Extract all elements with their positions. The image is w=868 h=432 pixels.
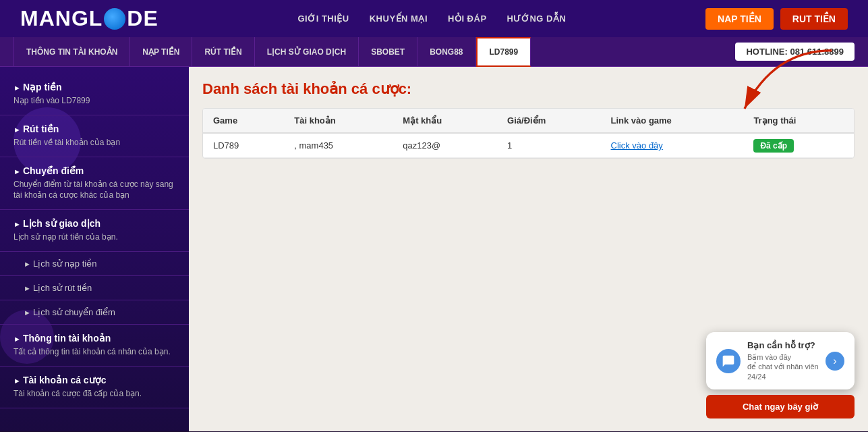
chat-desc: Bấm vào đâyđể chat với nhân viên 24/24: [747, 352, 819, 381]
header-buttons: NAP TIỀN RUT TIỀN: [705, 8, 848, 30]
nav-gioi-thieu[interactable]: GIỚI THIỆU: [297, 14, 349, 24]
sidebar-lich-su-desc: Lịch sử nạp rút tiền của bạn.: [13, 232, 175, 243]
chat-arrow-button[interactable]: ›: [826, 352, 844, 371]
sidebar-sub-chuyen-diem[interactable]: Lịch sử chuyển điểm: [0, 300, 189, 325]
nav-huong-dan[interactable]: HƯỚNG DẪN: [507, 14, 567, 24]
col-tai-khoan: Tài khoản: [284, 109, 393, 133]
sidebar-nap-tien-title: Nạp tiền: [13, 82, 175, 92]
sidebar-rut-tien-title: Rút tiền: [13, 124, 175, 134]
cell-link[interactable]: Click vào đây: [601, 133, 744, 158]
cell-tai-khoan: , mam435: [284, 133, 393, 158]
sidebar-tai-khoan-desc: Tài khoản cá cược đã cấp của bạn.: [13, 388, 175, 400]
sidebar-sub-nap-tien[interactable]: Lịch sử nạp tiền: [0, 252, 189, 276]
chat-title: Bạn cần hỗ trợ?: [747, 340, 819, 350]
rut-tien-button[interactable]: RUT TIỀN: [780, 8, 848, 30]
sidebar-item-rut-tien[interactable]: Rút tiền Rút tiền về tài khoản của bạn: [0, 115, 189, 157]
subnav-lich-su[interactable]: LỊCH SỬ GIAO DỊCH: [255, 37, 359, 67]
sidebar-rut-tien-desc: Rút tiền về tài khoản của bạn: [13, 137, 175, 148]
sidebar-item-nap-tien[interactable]: Nạp tiền Nạp tiền vào LD7899: [0, 74, 189, 115]
hotline: HOTLINE: 081.611.8899: [735, 43, 855, 61]
sidebar: Nạp tiền Nạp tiền vào LD7899 Rút tiền Rú…: [0, 67, 189, 431]
table-body: LD789 , mam435 qaz123@ 1 Click vào đây Đ…: [203, 133, 854, 158]
chat-text: Bạn cần hỗ trợ? Bấm vào đâyđể chat với n…: [747, 340, 819, 381]
subnav-thong-tin[interactable]: THÔNG TIN TÀI KHOẢN: [13, 37, 130, 67]
subnav-ld7899[interactable]: LD7899: [476, 37, 531, 67]
nav-hoi-dap[interactable]: HỎI ĐÁP: [448, 14, 487, 24]
sidebar-item-chuyen-diem[interactable]: Chuyển điểm Chuyển điểm từ tài khoản cá …: [0, 157, 189, 211]
sidebar-chuyen-diem-title: Chuyển điểm: [13, 165, 175, 176]
globe-icon: [104, 8, 125, 30]
cell-mat-khau: qaz123@: [393, 133, 497, 158]
sidebar-thong-tin-title: Thông tin tài khoản: [13, 333, 175, 344]
sidebar-sub-items: Lịch sử nạp tiền Lịch sử rút tiền Lịch s…: [0, 252, 189, 325]
message-icon: [722, 354, 735, 368]
chat-icon: [716, 349, 741, 373]
col-link: Link vào game: [601, 109, 744, 133]
col-game: Game: [203, 109, 284, 133]
header: MANGLDE GIỚI THIỆU KHUYẾN MẠI HỎI ĐÁP HƯ…: [0, 0, 868, 37]
col-trang-thai: Trạng thái: [743, 109, 854, 133]
sub-nav: THÔNG TIN TÀI KHOẢN NẠP TIỀN RÚT TIỀN LỊ…: [0, 37, 868, 67]
subnav-nap-tien[interactable]: NẠP TIỀN: [130, 37, 192, 67]
sidebar-item-lich-su[interactable]: Lịch sử giao dịch Lịch sử nạp rút tiền c…: [0, 210, 189, 252]
logo: MANGLDE: [20, 6, 158, 31]
chat-now-button[interactable]: Chat ngay bây giờ: [706, 395, 855, 418]
content-title: Danh sách tài khoản cá cược:: [202, 80, 855, 98]
game-accounts-table-container: Game Tài khoản Mật khẩu Giá/Điểm Link và…: [202, 108, 855, 159]
nap-tien-button[interactable]: NAP TIỀN: [705, 8, 774, 30]
subnav-rut-tien[interactable]: RÚT TIỀN: [192, 37, 254, 67]
sidebar-chuyen-diem-desc: Chuyển điểm từ tài khoản cá cược này san…: [13, 179, 175, 202]
table-row: LD789 , mam435 qaz123@ 1 Click vào đây Đ…: [203, 133, 854, 158]
status-badge: Đã cấp: [753, 139, 794, 153]
link-vao-game[interactable]: Click vào đây: [611, 140, 663, 151]
nav-khuyen-mai[interactable]: KHUYẾN MẠI: [370, 14, 428, 24]
chat-bubble: Bạn cần hỗ trợ? Bấm vào đâyđể chat với n…: [706, 332, 855, 389]
col-mat-khau: Mật khẩu: [393, 109, 497, 133]
sub-nav-links: THÔNG TIN TÀI KHOẢN NẠP TIỀN RÚT TIỀN LỊ…: [13, 37, 735, 67]
cell-gia-diem: 1: [497, 133, 600, 158]
table-header: Game Tài khoản Mật khẩu Giá/Điểm Link và…: [203, 109, 854, 133]
sidebar-lich-su-title: Lịch sử giao dịch: [13, 218, 175, 229]
cell-game: LD789: [203, 133, 284, 158]
sidebar-nap-tien-desc: Nạp tiền vào LD7899: [13, 95, 175, 107]
sidebar-item-thong-tin[interactable]: Thông tin tài khoản Tất cả thông tin tài…: [0, 325, 189, 367]
arrow-container: Danh sách tài khoản cá cược: Game Tài kh…: [202, 80, 855, 159]
sidebar-tai-khoan-title: Tài khoản cá cược: [13, 375, 175, 385]
sidebar-sub-rut-tien[interactable]: Lịch sử rút tiền: [0, 276, 189, 300]
col-gia-diem: Giá/Điểm: [497, 109, 600, 133]
main-nav: GIỚI THIỆU KHUYẾN MẠI HỎI ĐÁP HƯỚNG DẪN: [297, 14, 566, 24]
cell-trang-thai: Đã cấp: [743, 133, 854, 158]
subnav-sbobet[interactable]: SBOBET: [359, 37, 417, 67]
sidebar-thong-tin-desc: Tất cả thông tin tài khoản cá nhân của b…: [13, 346, 175, 358]
chat-widget: Bạn cần hỗ trợ? Bấm vào đâyđể chat với n…: [706, 332, 855, 418]
subnav-bong88[interactable]: BONG88: [417, 37, 475, 67]
game-accounts-table: Game Tài khoản Mật khẩu Giá/Điểm Link và…: [203, 109, 854, 158]
sidebar-item-tai-khoan-ca-cuoc[interactable]: Tài khoản cá cược Tài khoản cá cược đã c…: [0, 367, 189, 408]
